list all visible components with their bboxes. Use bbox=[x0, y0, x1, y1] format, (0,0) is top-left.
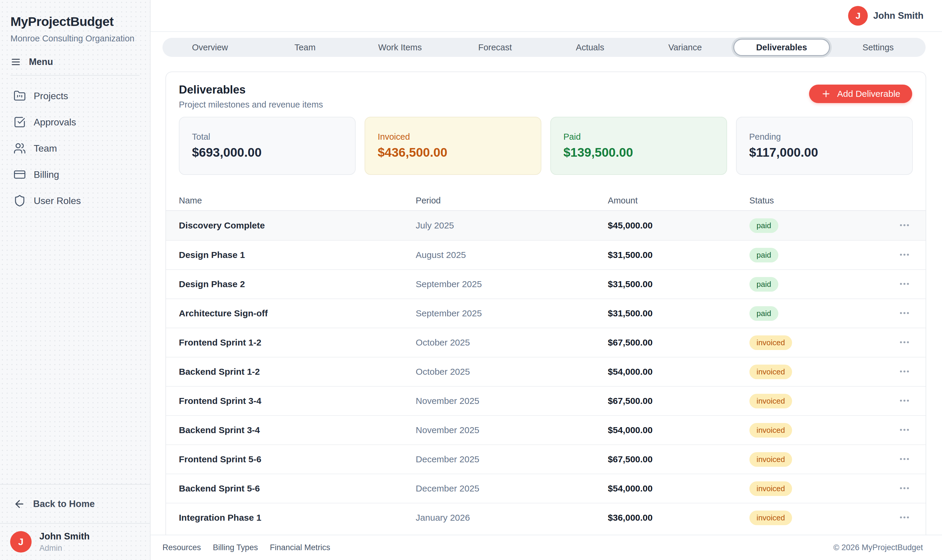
ellipsis-icon bbox=[899, 511, 910, 523]
deliverable-period: December 2025 bbox=[416, 483, 608, 494]
row-menu-button[interactable] bbox=[897, 393, 912, 409]
status-badge: invoiced bbox=[749, 365, 792, 379]
tab[interactable]: Team bbox=[257, 38, 353, 57]
row-menu-button[interactable] bbox=[897, 247, 912, 263]
tab[interactable]: Overview bbox=[162, 38, 257, 57]
avatar: J bbox=[10, 531, 32, 552]
header-user-name: John Smith bbox=[873, 11, 923, 21]
row-actions bbox=[882, 364, 912, 380]
panel-header: Deliverables Project milestones and reve… bbox=[166, 72, 926, 109]
sidebar-item-label: Billing bbox=[34, 169, 59, 180]
add-deliverable-button[interactable]: Add Deliverable bbox=[809, 85, 912, 103]
row-menu-button[interactable] bbox=[897, 510, 912, 526]
ellipsis-icon bbox=[899, 424, 910, 436]
deliverable-amount: $31,500.00 bbox=[608, 308, 749, 318]
folder-icon bbox=[14, 90, 26, 102]
row-menu-button[interactable] bbox=[897, 364, 912, 380]
deliverable-period: July 2025 bbox=[416, 220, 608, 231]
row-actions bbox=[882, 276, 912, 292]
tab[interactable]: Actuals bbox=[543, 38, 638, 57]
deliverable-name: Frontend Sprint 1-2 bbox=[179, 337, 416, 348]
summary-label: Pending bbox=[749, 132, 900, 142]
page-title: Deliverables bbox=[179, 83, 323, 96]
app-window: MyProjectBudget Monroe Consulting Organi… bbox=[0, 0, 942, 560]
status-badge: paid bbox=[749, 277, 779, 292]
sidebar-nav: Projects Approvals Team Billing bbox=[0, 83, 150, 484]
sidebar-item-projects[interactable]: Projects bbox=[0, 83, 150, 109]
deliverable-status-cell: paid bbox=[749, 277, 882, 292]
row-menu-button[interactable] bbox=[897, 480, 912, 497]
sidebar-user-info: John Smith Admin bbox=[39, 531, 90, 553]
deliverable-name: Discovery Complete bbox=[179, 220, 416, 231]
tab[interactable]: Deliverables bbox=[733, 39, 830, 56]
deliverable-status-cell: invoiced bbox=[749, 482, 882, 496]
sidebar-item-team[interactable]: Team bbox=[0, 135, 150, 162]
tab[interactable]: Work Items bbox=[353, 38, 448, 57]
row-menu-button[interactable] bbox=[897, 217, 912, 234]
deliverable-name: Frontend Sprint 3-4 bbox=[179, 396, 416, 406]
deliverable-status-cell: paid bbox=[749, 218, 882, 233]
table-row: Backend Sprint 3-4 November 2025 $54,000… bbox=[166, 415, 926, 445]
row-actions bbox=[882, 334, 912, 351]
menu-button[interactable]: Menu bbox=[11, 57, 150, 67]
column-header-name: Name bbox=[179, 196, 416, 206]
hamburger-icon bbox=[11, 57, 21, 67]
table-row: Frontend Sprint 5-6 December 2025 $67,50… bbox=[166, 445, 926, 474]
deliverable-period: October 2025 bbox=[416, 367, 608, 377]
project-tabs: OverviewTeamWork ItemsForecastActualsVar… bbox=[162, 38, 926, 57]
header-user-menu[interactable]: J John Smith bbox=[848, 6, 923, 26]
tab[interactable]: Forecast bbox=[447, 38, 543, 57]
ellipsis-icon bbox=[899, 249, 910, 261]
sidebar-item-billing[interactable]: Billing bbox=[0, 162, 150, 188]
column-header-amount: Amount bbox=[608, 196, 749, 206]
table-row: Integration Phase 1 January 2026 $36,000… bbox=[166, 503, 926, 532]
arrow-left-icon bbox=[14, 498, 25, 510]
ellipsis-icon bbox=[899, 336, 910, 348]
deliverable-name: Backend Sprint 3-4 bbox=[179, 425, 416, 435]
user-name: John Smith bbox=[39, 531, 90, 542]
deliverable-status-cell: invoiced bbox=[749, 335, 882, 350]
row-menu-button[interactable] bbox=[897, 305, 912, 322]
footer-link-resources[interactable]: Resources bbox=[162, 543, 201, 552]
sidebar: MyProjectBudget Monroe Consulting Organi… bbox=[0, 0, 151, 560]
footer-link-billing-types[interactable]: Billing Types bbox=[213, 543, 258, 552]
row-actions bbox=[882, 422, 912, 438]
row-menu-button[interactable] bbox=[897, 334, 912, 351]
users-icon bbox=[14, 142, 26, 155]
page-subtitle: Project milestones and revenue items bbox=[179, 100, 323, 109]
status-badge: paid bbox=[749, 218, 779, 233]
summary-card-invoiced: Invoiced $436,500.00 bbox=[365, 117, 541, 175]
sidebar-item-user-roles[interactable]: User Roles bbox=[0, 188, 150, 214]
row-actions bbox=[882, 480, 912, 497]
summary-card-paid: Paid $139,500.00 bbox=[550, 117, 727, 175]
back-to-home-link[interactable]: Back to Home bbox=[0, 484, 150, 523]
copyright: © 2026 MyProjectBudget bbox=[833, 543, 923, 552]
sidebar-item-approvals[interactable]: Approvals bbox=[0, 109, 150, 135]
table-row: Discovery Complete July 2025 $45,000.00 … bbox=[166, 211, 926, 240]
row-menu-button[interactable] bbox=[897, 422, 912, 438]
deliverable-status-cell: invoiced bbox=[749, 511, 882, 525]
row-actions bbox=[882, 247, 912, 263]
deliverable-period: September 2025 bbox=[416, 308, 608, 318]
plus-icon bbox=[821, 89, 831, 99]
credit-card-icon bbox=[14, 168, 26, 181]
deliverable-name: Design Phase 1 bbox=[179, 250, 416, 260]
row-menu-button[interactable] bbox=[897, 276, 912, 292]
user-role: Admin bbox=[39, 544, 90, 553]
sidebar-user-profile[interactable]: J John Smith Admin bbox=[0, 523, 150, 560]
footer-link-financial-metrics[interactable]: Financial Metrics bbox=[270, 543, 330, 552]
deliverable-name: Architecture Sign-off bbox=[179, 308, 416, 318]
tab[interactable]: Variance bbox=[638, 38, 733, 57]
back-to-home-label: Back to Home bbox=[33, 498, 95, 509]
ellipsis-icon bbox=[899, 395, 910, 406]
tab[interactable]: Settings bbox=[831, 38, 926, 57]
table-row: Frontend Sprint 1-2 October 2025 $67,500… bbox=[166, 328, 926, 357]
status-badge: invoiced bbox=[749, 482, 792, 496]
row-menu-button[interactable] bbox=[897, 451, 912, 468]
deliverable-amount: $67,500.00 bbox=[608, 396, 749, 406]
row-actions bbox=[882, 451, 912, 468]
deliverable-name: Frontend Sprint 5-6 bbox=[179, 454, 416, 465]
footer: Resources Billing Types Financial Metric… bbox=[151, 535, 942, 560]
deliverable-status-cell: paid bbox=[749, 306, 882, 321]
table-row: Design Phase 2 September 2025 $31,500.00… bbox=[166, 269, 926, 298]
